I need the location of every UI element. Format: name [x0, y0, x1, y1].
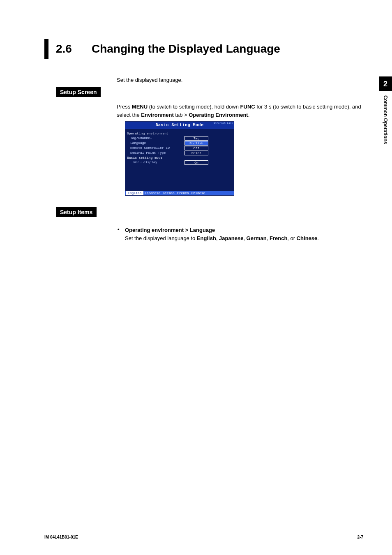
language-name: English: [197, 235, 216, 241]
page: 2.6 Changing the Displayed Language Set …: [0, 0, 392, 555]
screenshot-row-value: English: [184, 141, 208, 146]
text: ,: [243, 235, 246, 241]
screenshot-option: French: [176, 191, 190, 195]
screenshot-row-label: Remote Controller ID: [127, 146, 184, 150]
setup-items-block: Setup Items • Operating environment > La…: [56, 207, 363, 242]
text: .: [317, 235, 319, 241]
operating-environment: Operating Environment: [189, 112, 248, 118]
heading-title: Changing the Displayed Language: [92, 39, 280, 59]
bullet-icon: •: [118, 226, 125, 242]
ethernet-link-icon: Ethernet Link: [214, 122, 233, 125]
heading-number: 2.6: [56, 39, 72, 59]
screenshot-row-value: Point: [184, 151, 208, 155]
screenshot-row-label: Decimal Point Type: [127, 151, 184, 155]
screenshot-row: Remote Controller IDOff: [127, 146, 232, 150]
chapter-side-tab: 2 Common Operations: [379, 76, 392, 144]
screenshot-row-label: Language: [127, 141, 184, 146]
language-name: German: [247, 235, 267, 241]
text: ,: [267, 235, 270, 241]
screenshot-option: English: [126, 191, 143, 195]
func-key: FUNC: [240, 104, 255, 110]
content-column: Set the displayed language. Setup Screen…: [56, 77, 363, 242]
footer-left: IM 04L41B01-01E: [44, 535, 78, 539]
screenshot-row: Tag/ChannelTag: [127, 136, 232, 141]
language-name: Japanese: [219, 235, 243, 241]
language-name: Chinese: [297, 235, 318, 241]
screenshot-body: Operating environment Tag/ChannelTagLang…: [125, 129, 234, 191]
section-heading: 2.6 Changing the Displayed Language: [44, 39, 363, 59]
screenshot-row-label: Menu display: [127, 160, 184, 165]
steps-text: (to switch to setting mode), hold down: [148, 104, 240, 110]
screenshot-row-value: On: [184, 160, 208, 165]
screenshot-title: Basic Setting Mode: [155, 123, 203, 127]
intro-text: Set the displayed language.: [117, 77, 363, 83]
screenshot-row: Decimal Point TypePoint: [127, 151, 232, 155]
text: , or: [287, 235, 296, 241]
chapter-label: Common Operations: [383, 95, 388, 144]
setup-items-badge: Setup Items: [56, 207, 97, 217]
screenshot-row: LanguageEnglish: [127, 141, 232, 146]
setup-screen-badge: Setup Screen: [56, 87, 101, 97]
screenshot-row-label: Tag/Channel: [127, 136, 184, 141]
footer-right: 2-7: [357, 535, 363, 539]
bullet-body: Operating environment > Language Set the…: [125, 226, 363, 242]
language-name: French: [270, 235, 287, 241]
steps-text: Press: [117, 104, 132, 110]
screenshot-subsection: Basic setting mode: [127, 156, 232, 160]
screenshot-option-bar: EnglishJapaneseGermanFrenchChinese: [125, 191, 234, 195]
setup-item-bullet: • Operating environment > Language Set t…: [118, 226, 363, 242]
screenshot-row-value: Tag: [184, 136, 208, 141]
setup-steps: Press MENU (to switch to setting mode), …: [117, 103, 363, 119]
text: Set the displayed language to: [125, 235, 197, 241]
steps-text: .: [248, 112, 250, 118]
screenshot-section: Operating environment: [127, 132, 232, 135]
page-footer: IM 04L41B01-01E 2-7: [44, 535, 363, 539]
screenshot-titlebar: Basic Setting Mode Ethernet Link: [125, 122, 234, 129]
environment-tab: Environment: [141, 112, 173, 118]
chapter-number: 2: [379, 76, 392, 91]
screenshot-row-value: Off: [184, 146, 208, 150]
setup-item-description: Set the displayed language to English, J…: [125, 235, 319, 241]
screenshot-option: Chinese: [190, 191, 207, 195]
device-screenshot: Basic Setting Mode Ethernet Link Operati…: [125, 121, 234, 196]
heading-bar: [44, 39, 48, 59]
steps-text: tab >: [174, 112, 189, 118]
setup-item-heading: Operating environment > Language: [125, 227, 215, 233]
screenshot-option: Japanese: [143, 191, 161, 195]
screenshot-row: Menu displayOn: [127, 160, 232, 165]
menu-key: MENU: [132, 104, 148, 110]
screenshot-option: German: [161, 191, 176, 195]
